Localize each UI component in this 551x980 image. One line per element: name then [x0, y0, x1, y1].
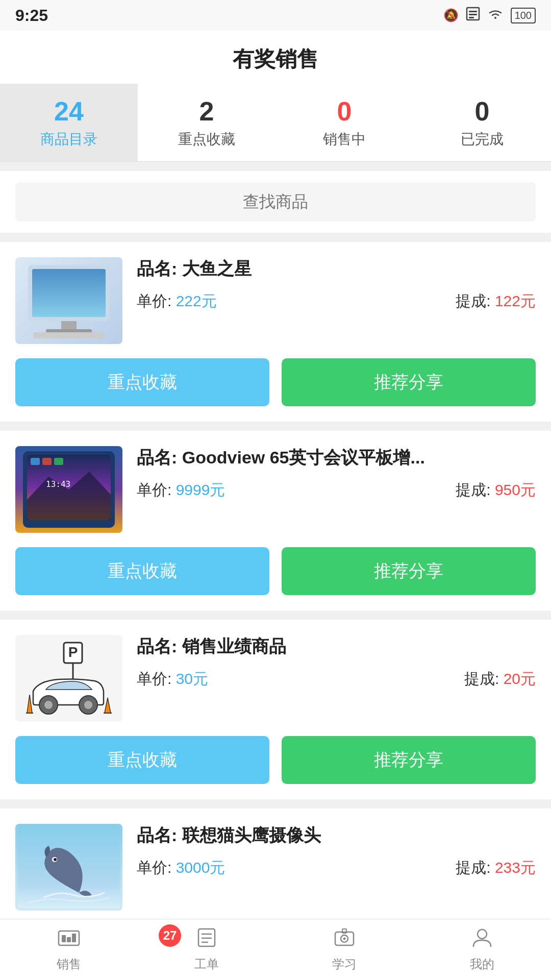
- product-card-3: P 品名: [0, 620, 551, 799]
- svg-point-23: [84, 701, 92, 709]
- bottom-nav: 销售 27 工单 学习: [0, 919, 551, 980]
- workorder-icon: [195, 927, 218, 952]
- share-button-3[interactable]: 推荐分享: [282, 736, 536, 784]
- product-info-1: 品名: 大鱼之星 单价: 222元 提成: 122元: [137, 257, 536, 344]
- commission-value-4: 233元: [495, 859, 536, 876]
- product-top-1: 品名: 大鱼之星 单价: 222元 提成: 122元: [15, 257, 536, 344]
- tab-completed-label: 已完成: [461, 130, 504, 149]
- price-value-4: 3000元: [176, 859, 226, 876]
- svg-rect-14: [42, 458, 52, 465]
- commission-value-2: 950元: [495, 481, 536, 498]
- product-name-1: 品名: 大鱼之星: [137, 257, 536, 281]
- product-name-2: 品名: Goodview 65英寸会议平板增...: [137, 446, 536, 470]
- mine-icon: [471, 927, 493, 952]
- price-label-1: 单价: 222元: [137, 291, 217, 312]
- product-card-2: 13:43 品名: Goodview 65英寸会议平板增... 单价: 9999…: [0, 431, 551, 610]
- collect-button-3[interactable]: 重点收藏: [15, 736, 269, 784]
- svg-point-21: [44, 701, 53, 709]
- price-value-1: 222元: [176, 292, 217, 309]
- svg-rect-15: [54, 458, 63, 465]
- collect-button-1[interactable]: 重点收藏: [15, 358, 269, 406]
- svg-rect-2: [469, 14, 477, 15]
- status-icons: 🔕 100: [443, 7, 536, 24]
- product-name-3: 品名: 销售业绩商品: [137, 635, 536, 658]
- svg-text:P: P: [68, 644, 78, 660]
- svg-rect-13: [31, 458, 40, 465]
- product-name-4: 品名: 联想猫头鹰摄像头: [137, 824, 536, 847]
- product-image-4: [15, 824, 122, 911]
- svg-point-30: [54, 858, 57, 861]
- product-info-2: 品名: Goodview 65英寸会议平板增... 单价: 9999元 提成: …: [137, 446, 536, 533]
- tab-favorites-count: 2: [199, 98, 214, 125]
- nav-item-workorder[interactable]: 27 工单: [138, 919, 276, 980]
- nav-item-mine[interactable]: 我的: [413, 919, 551, 980]
- product-image-2: 13:43: [15, 446, 122, 533]
- sales-icon: [58, 927, 80, 952]
- price-value-3: 30元: [176, 670, 208, 687]
- product-info-3: 品名: 销售业绩商品 单价: 30元 提成: 20元: [137, 635, 536, 722]
- product-prices-1: 单价: 222元 提成: 122元: [137, 291, 536, 312]
- nav-item-sales[interactable]: 销售: [0, 919, 138, 980]
- nav-label-learning: 学习: [332, 956, 357, 972]
- price-label-2: 单价: 9999元: [137, 480, 225, 501]
- tab-bar: 24 商品目录 2 重点收藏 0 销售中 0 已完成: [0, 84, 551, 162]
- product-top-2: 13:43 品名: Goodview 65英寸会议平板增... 单价: 9999…: [15, 446, 536, 533]
- learning-icon: [333, 927, 356, 952]
- tab-favorites-label: 重点收藏: [178, 130, 235, 149]
- wifi-icon: [487, 8, 504, 23]
- svg-rect-1: [469, 11, 477, 12]
- tab-selling-count: 0: [337, 98, 352, 125]
- commission-value-3: 20元: [504, 670, 536, 687]
- product-top-4: 品名: 联想猫头鹰摄像头 单价: 3000元 提成: 233元: [15, 824, 536, 911]
- search-input[interactable]: [15, 182, 536, 222]
- tab-catalog-count: 24: [54, 98, 84, 125]
- tab-completed[interactable]: 0 已完成: [413, 84, 551, 161]
- share-button-1[interactable]: 推荐分享: [282, 358, 536, 406]
- tab-selling[interactable]: 0 销售中: [276, 84, 413, 161]
- workorder-badge: 27: [159, 924, 181, 947]
- share-button-2[interactable]: 推荐分享: [282, 547, 536, 595]
- svg-point-43: [478, 929, 487, 939]
- product-actions-3: 重点收藏 推荐分享: [15, 736, 536, 784]
- nav-label-workorder: 工单: [194, 956, 219, 972]
- commission-label-1: 提成: 122元: [456, 291, 536, 312]
- price-value-2: 9999元: [176, 481, 226, 498]
- svg-rect-9: [33, 332, 105, 338]
- product-actions-1: 重点收藏 推荐分享: [15, 358, 536, 406]
- collect-button-2[interactable]: 重点收藏: [15, 547, 269, 595]
- product-prices-4: 单价: 3000元 提成: 233元: [137, 857, 536, 878]
- page-header: 有奖销售: [0, 31, 551, 84]
- nav-item-learning[interactable]: 学习: [276, 919, 413, 980]
- bell-off-icon: 🔕: [443, 8, 459, 22]
- commission-label-4: 提成: 233元: [456, 857, 536, 878]
- sim-icon: [466, 7, 480, 24]
- price-label-4: 单价: 3000元: [137, 857, 225, 878]
- commission-label-2: 提成: 950元: [456, 480, 536, 501]
- tab-catalog-label: 商品目录: [40, 130, 97, 149]
- product-actions-2: 重点收藏 推荐分享: [15, 547, 536, 595]
- svg-text:13:43: 13:43: [46, 479, 70, 489]
- battery-icon: 100: [511, 8, 536, 23]
- svg-rect-33: [67, 937, 71, 942]
- product-image-1: [15, 257, 122, 344]
- tab-catalog[interactable]: 24 商品目录: [0, 84, 138, 161]
- product-list: 品名: 大鱼之星 单价: 222元 提成: 122元 重点收藏 推荐分享: [0, 242, 551, 978]
- svg-marker-26: [105, 698, 111, 713]
- tab-completed-count: 0: [475, 98, 490, 125]
- commission-label-3: 提成: 20元: [464, 669, 536, 690]
- commission-value-1: 122元: [495, 292, 536, 309]
- status-bar: 9:25 🔕 100: [0, 0, 551, 31]
- search-bar: [0, 171, 551, 233]
- page-title: 有奖销售: [0, 45, 551, 74]
- product-info-4: 品名: 联想猫头鹰摄像头 单价: 3000元 提成: 233元: [137, 824, 536, 911]
- svg-marker-24: [27, 695, 32, 713]
- svg-rect-3: [469, 17, 474, 18]
- price-label-3: 单价: 30元: [137, 669, 208, 690]
- product-prices-2: 单价: 9999元 提成: 950元: [137, 480, 536, 501]
- svg-rect-34: [72, 934, 76, 942]
- product-prices-3: 单价: 30元 提成: 20元: [137, 669, 536, 690]
- tab-favorites[interactable]: 2 重点收藏: [138, 84, 276, 161]
- product-image-3: P: [15, 635, 122, 722]
- svg-point-41: [343, 938, 346, 940]
- nav-label-sales: 销售: [57, 956, 81, 972]
